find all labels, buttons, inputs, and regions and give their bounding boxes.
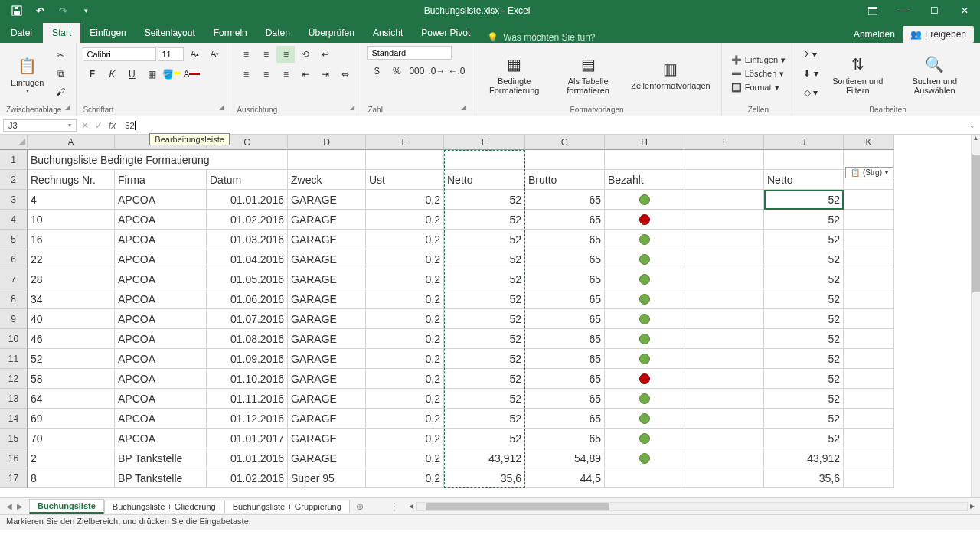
cell-K5[interactable] bbox=[844, 230, 894, 249]
cell-D3[interactable]: GARAGE bbox=[288, 190, 366, 210]
cell-H2[interactable]: Bezahlt bbox=[605, 170, 684, 190]
hscroll-thumb[interactable] bbox=[426, 503, 609, 510]
number-format-combo[interactable] bbox=[368, 46, 452, 60]
row-header-12[interactable]: 12 bbox=[0, 369, 28, 389]
cell-E1[interactable] bbox=[366, 150, 444, 170]
maximize-button[interactable]: ☐ bbox=[919, 0, 949, 21]
cell-C14[interactable]: 01.12.2016 bbox=[207, 409, 288, 429]
cell-E3[interactable]: 0,2 bbox=[366, 190, 444, 210]
cell-K16[interactable] bbox=[844, 448, 894, 468]
align-right-button[interactable]: ≡ bbox=[276, 66, 295, 83]
paste-button[interactable]: 📋 Einfügen ▾ bbox=[6, 46, 48, 101]
cell-E12[interactable]: 0,2 bbox=[366, 369, 444, 389]
cell-B11[interactable]: APCOA bbox=[115, 349, 207, 369]
cell-C6[interactable]: 01.04.2016 bbox=[207, 249, 288, 269]
tab-view[interactable]: Ansicht bbox=[364, 23, 412, 43]
cell-H7[interactable] bbox=[605, 269, 684, 289]
cell-E9[interactable]: 0,2 bbox=[366, 309, 444, 329]
enter-formula-button[interactable]: ✓ bbox=[95, 120, 103, 131]
clipboard-launcher[interactable]: ◢ bbox=[65, 104, 70, 114]
orientation-button[interactable]: ⟲ bbox=[296, 46, 315, 63]
cell-F5[interactable]: 52 bbox=[444, 230, 525, 249]
cell-J9[interactable]: 52 bbox=[764, 309, 844, 329]
cell-H4[interactable] bbox=[605, 210, 684, 230]
cell-I16[interactable] bbox=[684, 448, 764, 468]
cell-F14[interactable]: 52 bbox=[444, 409, 525, 429]
tab-start[interactable]: Start bbox=[43, 23, 80, 43]
col-header-K[interactable]: K bbox=[844, 135, 894, 150]
cell-A15[interactable]: 70 bbox=[28, 429, 115, 448]
horizontal-scrollbar[interactable] bbox=[416, 502, 968, 511]
cell-J12[interactable]: 52 bbox=[764, 369, 844, 389]
cell-H17[interactable] bbox=[605, 468, 684, 488]
paste-options-tag[interactable]: 📋 (Strg)▾ bbox=[845, 167, 893, 178]
cell-E4[interactable]: 0,2 bbox=[366, 210, 444, 230]
cell-H14[interactable] bbox=[605, 409, 684, 429]
row-header-7[interactable]: 7 bbox=[0, 269, 28, 289]
row-header-10[interactable]: 10 bbox=[0, 329, 28, 349]
cell-I13[interactable] bbox=[684, 389, 764, 409]
cell-G12[interactable]: 65 bbox=[525, 369, 605, 389]
col-header-J[interactable]: J bbox=[764, 135, 844, 150]
cell-D12[interactable]: GARAGE bbox=[288, 369, 366, 389]
cell-K15[interactable] bbox=[844, 429, 894, 448]
formula-input[interactable]: 52 Bearbeitungsleiste bbox=[120, 119, 965, 132]
tab-formulas[interactable]: Formeln bbox=[204, 23, 256, 43]
row-header-6[interactable]: 6 bbox=[0, 249, 28, 269]
select-all-corner[interactable] bbox=[0, 135, 28, 150]
cell-I2[interactable] bbox=[684, 170, 764, 190]
cell-C7[interactable]: 01.05.2016 bbox=[207, 269, 288, 289]
cell-H16[interactable] bbox=[605, 448, 684, 468]
find-select-button[interactable]: 🔍 Suchen und Auswählen bbox=[896, 46, 974, 101]
cell-F13[interactable]: 52 bbox=[444, 389, 525, 409]
row-header-9[interactable]: 9 bbox=[0, 309, 28, 329]
row-header-1[interactable]: 1 bbox=[0, 150, 28, 170]
vscroll-thumb[interactable] bbox=[972, 155, 980, 292]
format-cells-button[interactable]: 🔲Format ▾ bbox=[728, 82, 789, 93]
decrease-indent-button[interactable]: ⇤ bbox=[296, 66, 315, 83]
cell-J14[interactable]: 52 bbox=[764, 409, 844, 429]
cell-H15[interactable] bbox=[605, 429, 684, 448]
cell-K14[interactable] bbox=[844, 409, 894, 429]
cell-A8[interactable]: 34 bbox=[28, 289, 115, 309]
bold-button[interactable]: F bbox=[83, 66, 101, 83]
cell-J3[interactable]: 52 bbox=[764, 190, 844, 210]
cell-A17[interactable]: 8 bbox=[28, 468, 115, 488]
tab-insert[interactable]: Einfügen bbox=[80, 23, 135, 43]
cell-E14[interactable]: 0,2 bbox=[366, 409, 444, 429]
cell-G8[interactable]: 65 bbox=[525, 289, 605, 309]
cell-K8[interactable] bbox=[844, 289, 894, 309]
font-size-combo[interactable] bbox=[158, 47, 184, 61]
cell-B16[interactable]: BP Tankstelle bbox=[115, 448, 207, 468]
col-header-D[interactable]: D bbox=[288, 135, 366, 150]
cell-B6[interactable]: APCOA bbox=[115, 249, 207, 269]
cell-B9[interactable]: APCOA bbox=[115, 309, 207, 329]
cell-B3[interactable]: APCOA bbox=[115, 190, 207, 210]
cell-B5[interactable]: APCOA bbox=[115, 230, 207, 249]
copy-button[interactable]: ⧉ bbox=[51, 65, 70, 82]
cell-H9[interactable] bbox=[605, 309, 684, 329]
cell-J5[interactable]: 52 bbox=[764, 230, 844, 249]
cell-B8[interactable]: APCOA bbox=[115, 289, 207, 309]
cell-D6[interactable]: GARAGE bbox=[288, 249, 366, 269]
cell-B12[interactable]: APCOA bbox=[115, 369, 207, 389]
cell-B2[interactable]: Firma bbox=[115, 170, 207, 190]
cell-H8[interactable] bbox=[605, 289, 684, 309]
cell-F15[interactable]: 52 bbox=[444, 429, 525, 448]
row-header-2[interactable]: 2 bbox=[0, 170, 28, 190]
increase-indent-button[interactable]: ⇥ bbox=[316, 66, 335, 83]
cell-A7[interactable]: 28 bbox=[28, 269, 115, 289]
cell-styles-button[interactable]: ▥ Zellenformatvorlagen bbox=[626, 46, 714, 101]
cell-D16[interactable]: GARAGE bbox=[288, 448, 366, 468]
tab-review[interactable]: Überprüfen bbox=[299, 23, 364, 43]
cell-K9[interactable] bbox=[844, 309, 894, 329]
worksheet-grid[interactable]: ABCDEFGHIJK 1234567891011121314151617 Bu… bbox=[0, 135, 980, 497]
cell-G9[interactable]: 65 bbox=[525, 309, 605, 329]
cell-F7[interactable]: 52 bbox=[444, 269, 525, 289]
cell-F17[interactable]: 35,6 bbox=[444, 468, 525, 488]
cell-G6[interactable]: 65 bbox=[525, 249, 605, 269]
number-launcher[interactable]: ◢ bbox=[461, 104, 466, 114]
cell-K11[interactable] bbox=[844, 349, 894, 369]
font-launcher[interactable]: ◢ bbox=[219, 104, 224, 114]
underline-button[interactable]: U bbox=[122, 66, 141, 83]
